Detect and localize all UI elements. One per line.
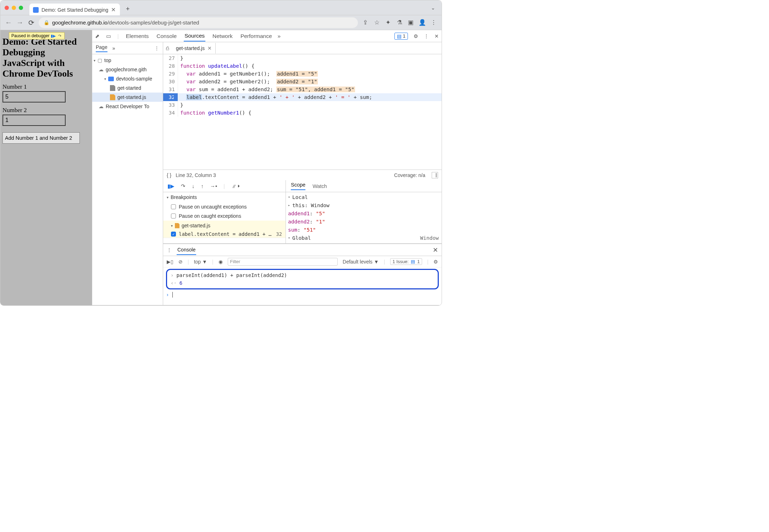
back-button[interactable]: ← bbox=[5, 18, 12, 27]
tab-console[interactable]: Console bbox=[156, 31, 177, 41]
paused-overlay: Paused in debugger ▮▶ ↷ bbox=[9, 32, 65, 39]
pretty-print-icon[interactable]: { } bbox=[167, 172, 171, 178]
sources-navigator: Page » ⋮ ▾▢top ☁googlechrome.gith ▾devto… bbox=[92, 42, 163, 305]
profile-icon[interactable]: 👤 bbox=[418, 19, 426, 26]
close-tab-icon[interactable]: ✕ bbox=[111, 6, 116, 13]
console-filter-input[interactable]: Filter bbox=[228, 258, 338, 266]
tabs-menu-icon[interactable]: ⌄ bbox=[431, 5, 435, 11]
device-toggle-icon[interactable]: ▭ bbox=[106, 33, 111, 39]
tab-elements[interactable]: Elements bbox=[125, 31, 150, 41]
sidepanel-icon[interactable]: ▣ bbox=[407, 19, 415, 26]
drawer-tab-console[interactable]: Console bbox=[177, 245, 196, 255]
devtools: ⬈ ▭ | Elements Console Sources Network P… bbox=[92, 30, 442, 305]
new-tab-button[interactable]: + bbox=[123, 4, 133, 14]
log-level-selector[interactable]: Default levels ▼ bbox=[343, 259, 379, 265]
tree-file-html[interactable]: get-started bbox=[92, 83, 163, 93]
close-window[interactable] bbox=[5, 6, 9, 10]
coverage-status: Coverage: n/a bbox=[394, 172, 425, 178]
settings-icon[interactable]: ⚙ bbox=[414, 33, 418, 39]
lock-icon: 🔒 bbox=[44, 20, 49, 25]
inspect-element-icon[interactable]: ⬈ bbox=[95, 33, 100, 39]
tabs-overflow-icon[interactable]: » bbox=[277, 31, 282, 41]
console-issues[interactable]: 1 Issue:▤1 bbox=[390, 258, 422, 265]
scope-panel: ▾ Local ▸ this: Window addend1: "5" adde… bbox=[286, 192, 442, 243]
kebab-icon[interactable]: ⋮ bbox=[424, 33, 429, 39]
drawer-menu-icon[interactable]: ⋮ bbox=[167, 247, 172, 253]
context-selector[interactable]: top ▼ bbox=[194, 259, 207, 265]
scope-tab[interactable]: Scope bbox=[291, 182, 305, 190]
source-editor: ⎙ get-started.js✕ 27} 28function updateL… bbox=[163, 42, 442, 305]
tab-performance[interactable]: Performance bbox=[240, 31, 273, 41]
code-area[interactable]: 27} 28function updateLabel() { 29 var ad… bbox=[163, 54, 442, 170]
deactivate-bp-icon[interactable]: ⫽◗ bbox=[231, 183, 239, 189]
console-drawer: ⋮ Console ✕ ▶▯ ⊘ | top ▼ | ◉ Filter Defa… bbox=[163, 244, 442, 305]
toggle-navigator-icon[interactable]: ⎙ bbox=[166, 45, 169, 51]
tab-sources[interactable]: Sources bbox=[184, 31, 205, 41]
tree-extension[interactable]: ☁React Developer To bbox=[92, 102, 163, 111]
breakpoints-section: ▾Breakpoints Pause on uncaught exception… bbox=[163, 192, 286, 238]
maximize-window[interactable] bbox=[19, 6, 23, 10]
bookmark-icon[interactable]: ☆ bbox=[373, 19, 381, 26]
console-sidebar-icon[interactable]: ▶▯ bbox=[167, 259, 173, 265]
step-icon[interactable]: →• bbox=[210, 183, 217, 189]
step-over-icon[interactable]: ↷ bbox=[181, 183, 186, 189]
close-file-icon[interactable]: ✕ bbox=[208, 45, 212, 51]
address-bar[interactable]: 🔒 googlechrome.github.io/devtools-sample… bbox=[39, 17, 358, 28]
overlay-step-icon[interactable]: ↷ bbox=[57, 33, 62, 38]
num1-label: Number 1 bbox=[2, 83, 90, 90]
issues-icon: ▤ bbox=[397, 33, 402, 39]
console-settings-icon[interactable]: ⚙ bbox=[433, 259, 438, 265]
pause-caught-checkbox[interactable] bbox=[171, 214, 176, 218]
devtools-tabbar: ⬈ ▭ | Elements Console Sources Network P… bbox=[92, 30, 442, 42]
reload-button[interactable]: ⟳ bbox=[27, 18, 35, 27]
window-titlebar: Demo: Get Started Debugging ✕ + ⌄ bbox=[0, 0, 442, 15]
rendered-page: Paused in debugger ▮▶ ↷ Demo: Get Starte… bbox=[0, 30, 92, 305]
breakpoint-checkbox[interactable]: ✓ bbox=[171, 232, 176, 237]
current-line: 32 label.textContent = addend1 + ' + ' +… bbox=[163, 93, 442, 101]
share-icon[interactable]: ⇪ bbox=[361, 19, 369, 26]
browser-tab[interactable]: Demo: Get Started Debugging ✕ bbox=[29, 4, 120, 16]
pause-uncaught-checkbox[interactable] bbox=[171, 204, 176, 209]
labs-icon[interactable]: ⚗ bbox=[395, 19, 403, 26]
paused-label: Paused in debugger bbox=[11, 33, 49, 38]
tree-folder[interactable]: ▾devtools-sample bbox=[92, 74, 163, 83]
navigator-overflow-icon[interactable]: » bbox=[112, 45, 115, 51]
tree-top[interactable]: ▾▢top bbox=[92, 56, 163, 65]
highlighted-console-io: ›parseInt(addend1) + parseInt(addend2) ‹… bbox=[166, 269, 439, 289]
close-devtools-icon[interactable]: ✕ bbox=[435, 33, 439, 39]
tab-title: Demo: Get Started Debugging bbox=[42, 7, 108, 13]
tab-network[interactable]: Network bbox=[212, 31, 233, 41]
traffic-lights bbox=[5, 6, 23, 10]
editor-tab[interactable]: get-started.js✕ bbox=[172, 43, 216, 54]
favicon bbox=[33, 7, 39, 13]
num2-input[interactable] bbox=[2, 115, 66, 126]
tree-file-js[interactable]: get-started.js bbox=[92, 93, 163, 102]
resume-icon[interactable]: ▮▶ bbox=[167, 183, 175, 189]
console-input-line: parseInt(addend1) + parseInt(addend2) bbox=[176, 272, 287, 278]
live-expression-icon[interactable]: ◉ bbox=[218, 259, 223, 265]
breakpoint-row[interactable]: ✓ label.textContent = addend1 + ' … 32 bbox=[163, 231, 286, 238]
tree-origin[interactable]: ☁googlechrome.gith bbox=[92, 65, 163, 74]
extensions-icon[interactable]: ✦ bbox=[384, 19, 392, 26]
drawer-close-icon[interactable]: ✕ bbox=[433, 246, 438, 254]
minimize-window[interactable] bbox=[12, 6, 16, 10]
num1-input[interactable] bbox=[2, 91, 66, 102]
overlay-resume-icon[interactable]: ▮▶ bbox=[51, 33, 56, 38]
add-button[interactable]: Add Number 1 and Number 2 bbox=[2, 132, 80, 144]
menu-icon[interactable]: ⋮ bbox=[430, 19, 437, 26]
page-title: Demo: Get Started Debugging JavaScript w… bbox=[2, 37, 90, 79]
step-into-icon[interactable]: ↓ bbox=[192, 183, 195, 189]
clear-console-icon[interactable]: ⊘ bbox=[178, 259, 183, 265]
step-out-icon[interactable]: ↑ bbox=[201, 183, 204, 189]
console-cursor[interactable] bbox=[172, 292, 173, 298]
navigator-tab-page[interactable]: Page bbox=[96, 44, 107, 52]
forward-button[interactable]: → bbox=[16, 18, 24, 27]
browser-toolbar: ← → ⟳ 🔒 googlechrome.github.io/devtools-… bbox=[0, 15, 442, 30]
scrollbar-icon bbox=[432, 172, 438, 178]
navigator-menu-icon[interactable]: ⋮ bbox=[154, 45, 159, 51]
console-output-line: 6 bbox=[179, 280, 182, 286]
url-text: googlechrome.github.io/devtools-samples/… bbox=[52, 20, 199, 26]
num2-label: Number 2 bbox=[2, 107, 90, 114]
issues-badge[interactable]: ▤1 bbox=[394, 33, 408, 40]
watch-tab[interactable]: Watch bbox=[312, 183, 327, 189]
